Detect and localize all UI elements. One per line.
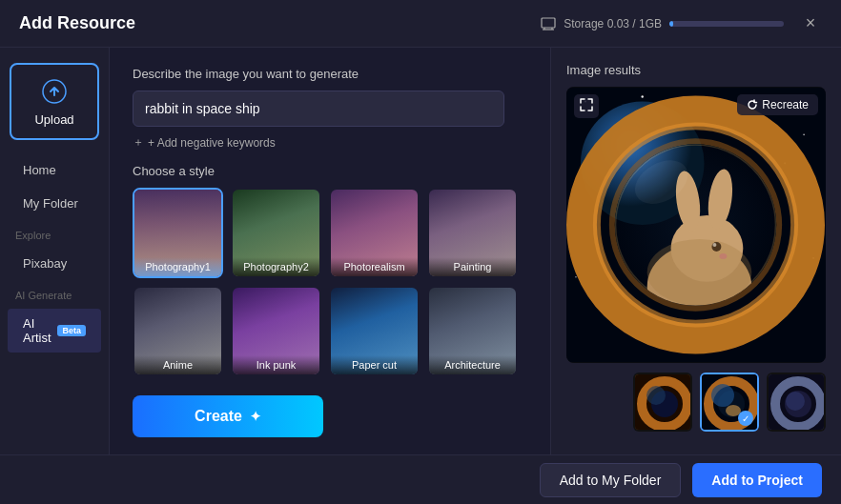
page-title: Add Resource xyxy=(19,13,135,33)
style-item-photography2[interactable]: Photography2 xyxy=(231,188,321,278)
storage-icon xyxy=(541,17,556,30)
add-keywords-label: + Add negative keywords xyxy=(148,136,276,150)
main-layout: Upload Home My Folder Explore Pixabay AI… xyxy=(0,48,841,454)
svg-point-43 xyxy=(786,392,805,411)
add-keywords-plus-icon: ＋ xyxy=(133,134,144,151)
svg-rect-0 xyxy=(542,18,555,28)
prompt-input[interactable] xyxy=(133,91,504,127)
style-item-photography1[interactable]: Photography1 xyxy=(133,188,223,278)
style-item-architecture[interactable]: Architecture xyxy=(427,286,518,376)
beta-badge: Beta xyxy=(57,325,86,336)
svg-point-12 xyxy=(575,276,577,278)
style-label-architecture: Architecture xyxy=(429,355,516,374)
thumbnails-row: ✓ xyxy=(566,373,826,441)
prompt-section-label: Describe the image you want to generate xyxy=(133,67,527,81)
style-label-photography2: Photography2 xyxy=(233,257,319,276)
sidebar-item-ai-artist[interactable]: AI Artist Beta xyxy=(8,309,101,353)
thumbnail-1-image xyxy=(635,374,690,430)
storage-info: Storage 0.03 / 1GB xyxy=(541,17,784,30)
thumbnail-3-image xyxy=(769,374,824,430)
ai-generate-label: AI Generate xyxy=(0,282,109,305)
recreate-button[interactable]: Recreate xyxy=(737,94,818,115)
style-label-photography1: Photography1 xyxy=(134,257,221,276)
thumbnail-1[interactable] xyxy=(633,373,692,432)
right-panel: Image results xyxy=(550,48,841,454)
expand-icon xyxy=(580,98,593,111)
style-item-photorealism[interactable]: Photorealism xyxy=(329,188,420,278)
upload-icon xyxy=(39,76,70,107)
style-item-anime[interactable]: Anime xyxy=(133,286,223,376)
thumbnail-2-check: ✓ xyxy=(738,411,753,426)
create-button[interactable]: Create ✦ xyxy=(133,395,323,437)
add-negative-keywords-button[interactable]: ＋ + Add negative keywords xyxy=(133,134,276,151)
thumbnail-2[interactable]: ✓ xyxy=(700,373,759,432)
add-to-project-button[interactable]: Add to Project xyxy=(692,463,822,497)
ai-artist-label: AI Artist xyxy=(23,316,51,345)
thumbnail-3[interactable] xyxy=(767,373,826,432)
sidebar-item-home[interactable]: Home xyxy=(8,155,101,185)
style-label-anime: Anime xyxy=(134,355,221,374)
sidebar: Upload Home My Folder Explore Pixabay AI… xyxy=(0,48,110,454)
svg-point-10 xyxy=(803,134,805,136)
close-button[interactable]: × xyxy=(799,12,822,35)
main-image-container: Recreate xyxy=(566,87,826,363)
recreate-label: Recreate xyxy=(762,98,809,111)
style-grid: Photography1 Photography2 Photorealism P… xyxy=(133,188,527,376)
footer: Add to My Folder Add to Project xyxy=(0,454,841,504)
upload-button[interactable]: Upload xyxy=(10,63,99,140)
style-label-painting: Painting xyxy=(429,257,516,276)
storage-text: Storage 0.03 / 1GB xyxy=(564,17,662,30)
storage-bar xyxy=(669,21,784,27)
style-item-inkpunk[interactable]: Ink punk xyxy=(231,286,321,376)
svg-point-38 xyxy=(711,384,734,407)
header: Add Resource Storage 0.03 / 1GB × xyxy=(0,0,841,48)
style-section-label: Choose a style xyxy=(133,164,527,178)
create-btn-container: Create ✦ xyxy=(133,395,527,437)
svg-point-8 xyxy=(642,95,644,97)
style-item-papercut[interactable]: Paper cut xyxy=(329,286,420,376)
style-label-photorealism: Photorealism xyxy=(331,257,418,276)
sparkle-icon: ✦ xyxy=(250,409,261,424)
create-label: Create xyxy=(195,408,242,425)
storage-bar-fill xyxy=(669,21,673,27)
upload-label: Upload xyxy=(34,112,73,127)
add-to-my-folder-button[interactable]: Add to My Folder xyxy=(540,463,682,497)
style-item-painting[interactable]: Painting xyxy=(427,188,518,278)
style-label-inkpunk: Ink punk xyxy=(233,355,319,374)
expand-button[interactable] xyxy=(574,94,599,118)
style-label-papercut: Paper cut xyxy=(331,355,418,374)
sidebar-item-pixabay[interactable]: Pixabay xyxy=(8,249,101,278)
content-area: Describe the image you want to generate … xyxy=(110,48,550,454)
header-right: Storage 0.03 / 1GB × xyxy=(541,12,822,35)
results-label: Image results xyxy=(566,63,826,77)
recreate-icon xyxy=(747,99,758,111)
svg-point-34 xyxy=(646,386,666,405)
sidebar-item-my-folder[interactable]: My Folder xyxy=(8,189,101,218)
explore-label: Explore xyxy=(0,222,109,245)
main-image-svg xyxy=(566,87,826,363)
